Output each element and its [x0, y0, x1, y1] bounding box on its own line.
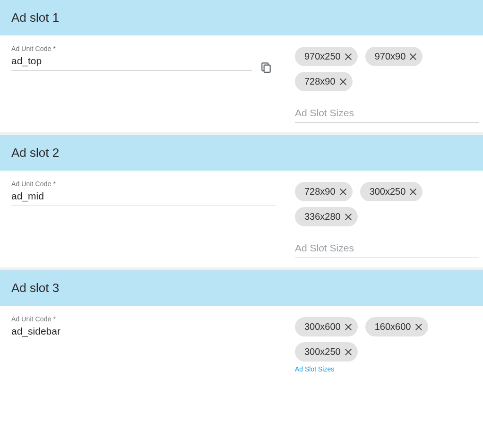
close-icon[interactable]: [408, 52, 418, 61]
ad-slot-sizes-placeholder: Ad Slot Sizes: [295, 242, 354, 253]
ad-slot-card: Ad slot 2Ad Unit Code *728x90300x250336x…: [0, 132, 483, 267]
size-chip: 336x280: [295, 207, 358, 226]
ad-slot-card: Ad slot 3Ad Unit Code *300x600160x600300…: [0, 267, 483, 373]
close-icon[interactable]: [414, 322, 423, 332]
ad-unit-code-label: Ad Unit Code *: [11, 45, 252, 52]
ad-slot-sizes-input[interactable]: Ad Slot Sizes: [295, 242, 479, 258]
size-chip: 300x250: [360, 182, 423, 201]
ad-unit-code-input[interactable]: [11, 53, 252, 71]
ad-slot-sizes-column: 728x90300x250336x280Ad Slot Sizes: [280, 180, 479, 258]
close-icon[interactable]: [344, 322, 353, 332]
size-chip: 300x600: [295, 317, 358, 336]
ad-unit-code-field: Ad Unit Code *: [11, 315, 276, 341]
close-icon[interactable]: [338, 77, 348, 86]
close-icon[interactable]: [344, 212, 353, 222]
size-chip-label: 970x250: [304, 51, 341, 62]
size-chip-list: 728x90300x250336x280: [295, 182, 479, 226]
size-chip-label: 728x90: [304, 186, 336, 197]
size-chip-label: 728x90: [304, 76, 336, 87]
ad-unit-code-column: Ad Unit Code *: [11, 45, 276, 77]
ad-slot-body: Ad Unit Code *300x600160x600300x250Ad Sl…: [0, 306, 483, 373]
size-chip: 300x250: [295, 342, 358, 362]
size-chip-label: 160x600: [375, 321, 411, 332]
size-chip-label: 300x600: [304, 321, 341, 332]
size-chip: 970x250: [295, 47, 358, 66]
close-icon[interactable]: [408, 187, 418, 197]
ad-slot-sizes-column: 970x250970x90728x90Ad Slot Sizes: [280, 45, 479, 123]
size-chip-label: 970x90: [375, 51, 406, 62]
size-chip-list: 970x250970x90728x90: [295, 47, 479, 91]
size-chip: 160x600: [365, 317, 428, 336]
ad-unit-code-column: Ad Unit Code *: [11, 180, 276, 206]
ad-slot-header: Ad slot 2: [0, 135, 483, 171]
ad-unit-code-field: Ad Unit Code *: [11, 180, 276, 206]
ad-slot-sizes-input[interactable]: Ad Slot Sizes: [295, 107, 479, 123]
svg-rect-0: [264, 65, 270, 72]
size-chip: 728x90: [295, 182, 353, 201]
size-chip-label: 300x250: [304, 346, 341, 357]
ad-slot-body: Ad Unit Code *970x250970x90728x90Ad Slot…: [0, 35, 483, 132]
ad-unit-code-input[interactable]: [11, 189, 276, 206]
close-icon[interactable]: [344, 52, 353, 61]
size-chip-label: 336x280: [304, 211, 341, 222]
ad-unit-code-input[interactable]: [11, 324, 276, 341]
ad-slot-sizes-label: Ad Slot Sizes: [295, 365, 479, 373]
ad-slot-card: Ad slot 1Ad Unit Code *970x250970x90728x…: [0, 0, 483, 132]
ad-unit-code-label: Ad Unit Code *: [11, 315, 276, 323]
ad-unit-code-label: Ad Unit Code *: [11, 180, 276, 188]
ad-slot-header: Ad slot 3: [0, 270, 483, 306]
close-icon[interactable]: [344, 347, 353, 357]
ad-unit-code-field: Ad Unit Code *: [11, 45, 252, 71]
size-chip: 728x90: [295, 72, 353, 91]
ad-slot-header: Ad slot 1: [0, 0, 483, 35]
size-chip-label: 300x250: [370, 186, 406, 197]
copy-icon[interactable]: [256, 57, 276, 77]
ad-slot-sizes-placeholder: Ad Slot Sizes: [295, 107, 354, 118]
size-chip: 970x90: [365, 47, 423, 66]
close-icon[interactable]: [338, 187, 348, 197]
size-chip-list: 300x600160x600300x250: [295, 317, 479, 362]
ad-slot-sizes-column: 300x600160x600300x250Ad Slot Sizes: [280, 315, 479, 373]
ad-unit-code-column: Ad Unit Code *: [11, 315, 276, 341]
ad-slot-body: Ad Unit Code *728x90300x250336x280Ad Slo…: [0, 171, 483, 267]
